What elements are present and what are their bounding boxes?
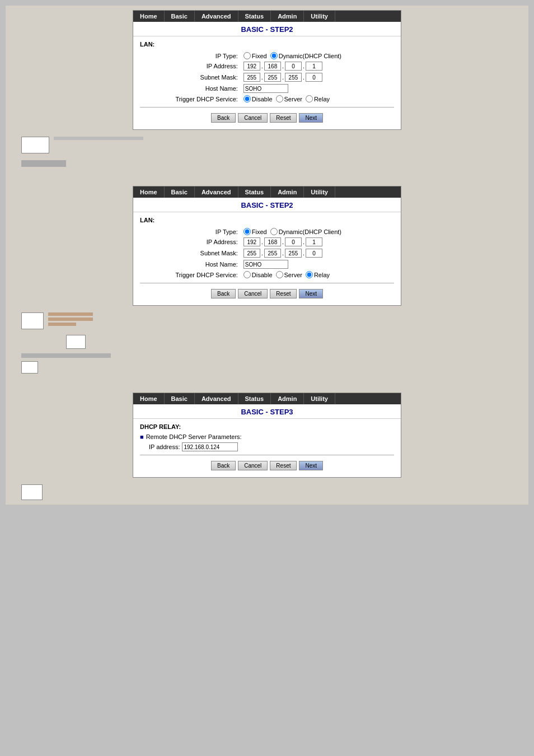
panel-title-3: BASIC - STEP3 [133,404,401,419]
subnet-octet-3-1[interactable] [285,73,302,82]
subnet-octet-4-2[interactable] [306,249,322,258]
reset-button-1[interactable]: Reset [270,113,297,123]
subnet-mask-group-1: . . . [243,73,392,82]
dhcp-relay-label-2[interactable]: Relay [306,271,330,278]
next-button-1[interactable]: Next [299,113,323,123]
cancel-button-1[interactable]: Cancel [238,113,268,123]
subsection-area-3: ■ Remote DHCP Server Parameters: IP addr… [140,433,394,451]
subnet-octet-4-1[interactable] [306,73,322,82]
nav-advanced-3[interactable]: Advanced [195,393,238,404]
trigger-dhcp-cell-2: Disable Server Relay [241,270,394,279]
nav-home-2[interactable]: Home [133,186,165,198]
deco-bar-2c [48,323,76,326]
dhcp-disable-text-2: Disable [252,272,273,278]
divider-2 [140,283,394,283]
deco-row-2b [66,335,524,349]
ip-octet-1-1[interactable] [243,62,260,71]
dhcp-server-label-1[interactable]: Server [276,95,302,102]
deco-area-3 [10,484,524,500]
trigger-dhcp-cell-1: Disable Server Relay [241,94,394,104]
ip-type-fixed-radio-1[interactable] [243,52,251,59]
ip-type-fixed-label-2[interactable]: Fixed [243,228,267,235]
trigger-dhcp-group-2: Disable Server Relay [243,271,392,278]
button-row-1: Back Cancel Reset Next [140,111,394,125]
next-button-2[interactable]: Next [299,289,323,298]
nav-home-3[interactable]: Home [133,393,165,404]
deco-box-2c [21,361,38,374]
dhcp-disable-label-2[interactable]: Disable [243,271,273,278]
ip-type-dynamic-text-1: Dynamic(DHCP Client) [279,53,341,59]
deco-bar-2d [21,353,111,358]
subnet-octet-1-2[interactable] [243,249,260,258]
subsection-header-3: ■ Remote DHCP Server Parameters: [140,433,394,440]
dhcp-disable-label-1[interactable]: Disable [243,95,273,102]
deco-box-1 [21,137,49,153]
subnet-octet-3-2[interactable] [285,249,302,258]
nav-status-3[interactable]: Status [238,393,271,404]
dhcp-disable-radio-1[interactable] [243,95,251,102]
ip-octet-2-1[interactable] [264,62,281,71]
nav-basic-2[interactable]: Basic [165,186,195,198]
back-button-3[interactable]: Back [211,461,236,470]
back-button-1[interactable]: Back [211,113,236,123]
nav-advanced-2[interactable]: Advanced [195,186,238,198]
deco-footer-bar-1 [21,160,66,167]
ip-type-fixed-radio-2[interactable] [243,228,251,235]
host-name-input-2[interactable] [243,260,288,269]
dhcp-server-label-2[interactable]: Server [276,271,302,278]
nav-admin-2[interactable]: Admin [271,186,304,198]
ip-address-group-1: . . . [243,62,392,71]
next-button-3[interactable]: Next [299,461,323,470]
nav-utility-1[interactable]: Utility [304,11,335,22]
nav-admin-3[interactable]: Admin [271,393,304,404]
ip-address-cell-1: . . . [241,60,394,72]
nav-admin-1[interactable]: Admin [271,11,304,22]
navbar-1: Home Basic Advanced Status Admin Utility [133,11,401,22]
ip-octet-3-2[interactable] [285,237,302,246]
dhcp-relay-radio-1[interactable] [306,95,313,102]
nav-advanced-1[interactable]: Advanced [195,11,238,22]
dhcp-relay-text-1: Relay [314,96,330,102]
subnet-octet-2-2[interactable] [264,249,281,258]
ip-octet-3-1[interactable] [285,62,302,71]
nav-status-2[interactable]: Status [238,186,271,198]
ip-type-dynamic-radio-2[interactable] [270,228,278,235]
subnet-octet-2-1[interactable] [264,73,281,82]
dhcp-disable-radio-2[interactable] [243,271,251,278]
deco-box-3 [21,484,43,500]
reset-button-3[interactable]: Reset [270,461,297,470]
nav-basic-1[interactable]: Basic [165,11,195,22]
nav-status-1[interactable]: Status [238,11,271,22]
back-button-2[interactable]: Back [211,289,236,298]
dhcp-relay-label-1[interactable]: Relay [306,95,330,102]
navbar-3: Home Basic Advanced Status Admin Utility [133,393,401,404]
dhcp-relay-radio-2[interactable] [306,271,313,278]
ip-address-input-3[interactable] [182,442,238,451]
ip-octet-2-2[interactable] [264,237,281,246]
dhcp-server-radio-1[interactable] [276,95,283,102]
cancel-button-3[interactable]: Cancel [238,461,268,470]
reset-button-2[interactable]: Reset [270,289,297,298]
host-name-input-1[interactable] [243,84,288,93]
ip-type-dynamic-label-2[interactable]: Dynamic(DHCP Client) [270,228,341,235]
ip-address-label-2: IP Address: [140,236,241,248]
host-name-cell-1 [241,83,394,94]
cancel-button-2[interactable]: Cancel [238,289,268,298]
dhcp-server-radio-2[interactable] [276,271,283,278]
nav-basic-3[interactable]: Basic [165,393,195,404]
ip-type-dynamic-radio-1[interactable] [270,52,278,59]
ip-type-dynamic-label-1[interactable]: Dynamic(DHCP Client) [270,52,341,59]
host-name-label-1: Host Name: [140,83,241,94]
ip-octet-1-2[interactable] [243,237,260,246]
nav-utility-3[interactable]: Utility [304,393,335,404]
deco-area-2 [10,312,524,374]
subnet-mask-cell-2: . . . [241,248,394,259]
ip-octet-4-1[interactable] [306,62,322,71]
spacer-1 [10,174,524,179]
nav-home-1[interactable]: Home [133,11,165,22]
nav-utility-2[interactable]: Utility [304,186,335,198]
subnet-octet-1-1[interactable] [243,73,260,82]
ip-type-fixed-label-1[interactable]: Fixed [243,52,267,59]
ip-address-label-3: IP address: [149,444,180,450]
ip-octet-4-2[interactable] [306,237,322,246]
